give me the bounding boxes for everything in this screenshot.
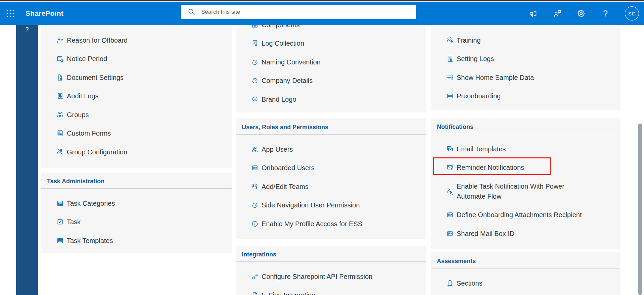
menu-item-label: Onboarded Users xyxy=(262,163,315,173)
section-title: Task Administration xyxy=(41,173,232,186)
section-card-integrations: IntegrationsConfigure Sharepoint API Per… xyxy=(236,246,426,295)
menu-item-label: Email Templates xyxy=(457,144,506,154)
menu-item-label: Define Onboarding Attachments Recipient xyxy=(457,210,582,220)
menu-item-label: Shared Mail Box ID xyxy=(457,229,514,239)
help-icon-left-rail: ? xyxy=(25,25,29,34)
people-badge-icon xyxy=(446,37,454,44)
history-icon xyxy=(251,201,259,209)
task-list-icon xyxy=(56,200,64,207)
menu-item-label: Enable My Profile Access for ESS xyxy=(262,219,362,229)
list-bullets-icon xyxy=(446,74,454,81)
person-board-icon xyxy=(446,230,454,237)
person-board-icon xyxy=(446,92,454,100)
app-title: SharePoint xyxy=(26,9,63,17)
menu-item-shared-mail-box-id[interactable]: Shared Mail Box ID xyxy=(431,224,620,243)
menu-item-side-navigation-user-permission[interactable]: Side Navigation User Permission xyxy=(236,196,426,215)
menu-item-task-categories[interactable]: Task Categories xyxy=(41,194,232,213)
menu-item-email-templates[interactable]: Email Templates xyxy=(431,140,620,158)
menu-item-label: Add/Edit Teams xyxy=(262,182,309,192)
menu-item-add-edit-teams[interactable]: Add/Edit Teams xyxy=(236,177,426,196)
help-icon[interactable]: ? xyxy=(601,9,610,18)
scrollbar-thumb[interactable] xyxy=(638,124,642,295)
history-icon xyxy=(251,58,259,66)
search-box xyxy=(181,5,416,19)
person-board-icon xyxy=(251,164,259,171)
form-icon xyxy=(56,130,64,137)
menu-item-custom-forms[interactable]: Custom Forms xyxy=(41,124,232,143)
menu-item-enable-my-profile-access-for-ess[interactable]: Enable My Profile Access for ESS xyxy=(236,214,426,233)
menu-item-log-collection[interactable]: Log Collection xyxy=(236,34,426,53)
menu-item-label: E-Sign Integration xyxy=(262,290,315,295)
header-icon-group: ? SG xyxy=(528,2,639,25)
menu-item-label: Task Templates xyxy=(67,236,113,246)
search-input[interactable] xyxy=(200,8,403,16)
menu-item-e-sign-integration[interactable]: E-Sign Integration xyxy=(236,286,426,295)
menu-item-naming-convention[interactable]: Naming Convention xyxy=(236,53,426,71)
menu-item-label: Company Details xyxy=(262,76,313,86)
menu-item-app-users[interactable]: App Users xyxy=(236,140,426,159)
menu-item-document-settings[interactable]: Document Settings xyxy=(41,68,232,87)
menu-item-reason-for-offboard[interactable]: Reason for Offboard xyxy=(41,31,232,50)
menu-item-training[interactable]: Training xyxy=(431,31,620,50)
column-3-card-0: TrainingSetting LogsShow Home Sample Dat… xyxy=(431,25,620,110)
menu-item-label: Audit Logs xyxy=(67,91,99,101)
menu-item-onboarded-users[interactable]: Onboarded Users xyxy=(236,159,426,178)
menu-item-groups[interactable]: Groups xyxy=(41,105,232,124)
menu-item-sections[interactable]: Sections xyxy=(431,274,620,293)
menu-item-label: Notice Period xyxy=(67,54,107,64)
menu-item-label: Document Settings xyxy=(67,72,124,83)
window-top-edge-light xyxy=(0,1,644,2)
menu-item-label: Training xyxy=(457,35,481,45)
document-search-icon xyxy=(446,55,454,62)
column-1-card-0: Reason for OffboardNotice PeriodDocument… xyxy=(41,25,232,168)
menu-item-reminder-notifications[interactable]: Reminder Notifications xyxy=(431,158,620,177)
feedback-icon[interactable] xyxy=(552,9,562,18)
menu-item-brand-logo[interactable]: Brand Logo xyxy=(236,90,426,109)
waffle-icon xyxy=(6,9,15,18)
section-card-users-roles-and-permissions: Users, Roles and PermissionsApp UsersOnb… xyxy=(236,118,426,239)
menu-item-enable-task-notification-with-power[interactable]: Enable Task Notification With Power Auto… xyxy=(431,177,620,206)
menu-item-audit-logs[interactable]: Audit Logs xyxy=(41,87,232,106)
menu-item-setting-logs[interactable]: Setting Logs xyxy=(431,50,620,68)
people-settings-icon xyxy=(56,148,64,156)
menu-item-define-onboarding-attachments-recipient[interactable]: Define Onboarding Attachments Recipient xyxy=(431,206,620,225)
menu-item-notice-period[interactable]: Notice Period xyxy=(41,50,232,68)
section-title: Assessments xyxy=(431,252,620,266)
search-icon xyxy=(187,8,196,16)
info-circle-icon xyxy=(251,220,259,228)
people-settings-icon xyxy=(251,183,259,190)
announcements-icon[interactable] xyxy=(528,9,538,18)
mail-person-icon xyxy=(446,164,454,171)
menu-item-task-templates[interactable]: Task Templates xyxy=(41,231,232,250)
key-icon xyxy=(251,273,259,280)
settings-gear-icon[interactable] xyxy=(577,9,586,18)
menu-item-label: Sections xyxy=(457,278,482,288)
section-card-assessments: AssessmentsSections xyxy=(431,252,620,295)
menu-item-label: Setting Logs xyxy=(457,54,494,64)
section-card-task-administration: Task AdministrationTask CategoriesTaskTa… xyxy=(41,173,232,253)
two-people-icon xyxy=(251,146,259,153)
menu-item-configure-sharepoint-api-permission[interactable]: Configure Sharepoint API Permission xyxy=(236,267,426,286)
section-card-notifications: NotificationsEmail TemplatesReminder Not… xyxy=(431,118,620,249)
menu-item-company-details[interactable]: Company Details xyxy=(236,71,426,90)
menu-item-label: Task Categories xyxy=(67,198,115,208)
menu-item-task[interactable]: Task xyxy=(41,213,232,232)
menu-item-group-configuration[interactable]: Group Configuration xyxy=(41,143,232,161)
app-launcher-waffle-icon[interactable] xyxy=(3,6,18,21)
clipboard-arrow-icon xyxy=(446,280,454,287)
menu-item-label: Brand Logo xyxy=(262,94,296,104)
suite-header: SharePoint xyxy=(0,2,644,25)
left-nav-rail[interactable]: ? xyxy=(16,25,38,295)
seal-check-icon xyxy=(251,96,259,103)
mail-copy-icon xyxy=(446,145,454,153)
section-title: Integrations xyxy=(236,246,426,259)
menu-item-preonboarding[interactable]: Preonboarding xyxy=(431,87,620,106)
history-icon xyxy=(251,77,259,84)
column-2-card-0: ComponentsLog CollectionNaming Conventio… xyxy=(236,14,426,112)
menu-item-label: Groups xyxy=(67,110,89,120)
person-board-icon xyxy=(446,211,454,218)
menu-item-label: Group Configuration xyxy=(67,147,127,157)
menu-item-show-home-sample-data[interactable]: Show Home Sample Data xyxy=(431,68,620,87)
avatar[interactable]: SG xyxy=(625,6,639,20)
menu-item-label: Show Home Sample Data xyxy=(457,72,534,83)
